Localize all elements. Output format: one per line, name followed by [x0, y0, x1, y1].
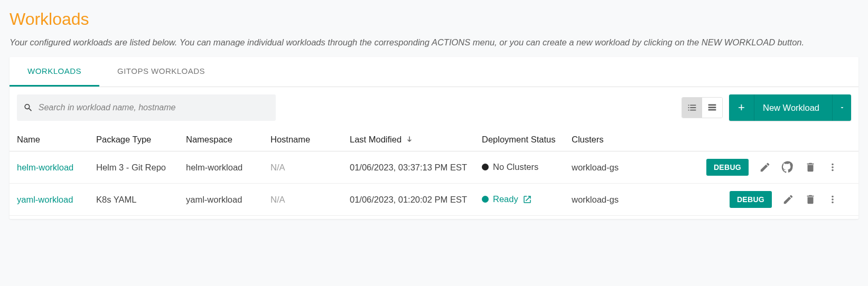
status-badge[interactable]: Ready — [482, 194, 532, 204]
table-row: helm-workload Helm 3 - Git Repo helm-wor… — [10, 151, 858, 184]
new-workload-label: New Workload — [754, 103, 832, 113]
th-namespace[interactable]: Namespace — [179, 128, 263, 151]
th-name[interactable]: Name — [10, 128, 89, 151]
workload-name-link[interactable]: helm-workload — [17, 163, 73, 172]
cell-last-modified: 01/06/2023, 01:20:02 PM EST — [342, 184, 474, 216]
status-text: No Clusters — [493, 162, 538, 172]
view-grid-button[interactable] — [702, 98, 722, 118]
caret-down-icon — [839, 104, 845, 111]
debug-button[interactable]: DEBUG — [706, 159, 749, 176]
toolbar: + New Workload — [10, 87, 858, 128]
github-icon[interactable] — [781, 161, 794, 174]
page-title: Workloads — [0, 0, 868, 32]
new-workload-button[interactable]: + New Workload — [729, 94, 851, 121]
more-vert-icon[interactable] — [827, 161, 838, 173]
th-clusters[interactable]: Clusters — [564, 128, 638, 151]
debug-button[interactable]: DEBUG — [730, 191, 772, 208]
search-input[interactable] — [39, 103, 269, 112]
cell-hostname: N/A — [270, 163, 285, 172]
edit-icon[interactable] — [759, 161, 771, 173]
th-last-modified-label: Last Modified — [350, 135, 402, 145]
delete-icon[interactable] — [805, 161, 816, 173]
th-last-modified[interactable]: Last Modified — [342, 128, 474, 151]
search-icon — [23, 102, 33, 113]
cell-hostname: N/A — [270, 195, 285, 204]
tab-gitops-workloads[interactable]: GITOPS WORKLOADS — [99, 57, 223, 87]
tab-workloads[interactable]: WORKLOADS — [10, 57, 99, 87]
th-deployment-status[interactable]: Deployment Status — [474, 128, 564, 151]
list-icon — [686, 102, 698, 113]
cell-package-type: Helm 3 - Git Repo — [89, 151, 179, 184]
cell-clusters: workload-gs — [564, 184, 638, 216]
cell-namespace: yaml-workload — [179, 184, 263, 216]
workload-name-link[interactable]: yaml-workload — [17, 195, 73, 204]
view-toggle — [682, 97, 723, 118]
workloads-table: Name Package Type Namespace Hostname Las… — [10, 128, 858, 216]
th-hostname[interactable]: Hostname — [263, 128, 342, 151]
cell-last-modified: 01/06/2023, 03:37:13 PM EST — [342, 151, 474, 184]
open-external-icon[interactable] — [522, 195, 532, 204]
more-vert-icon[interactable] — [827, 194, 838, 205]
edit-icon[interactable] — [782, 194, 794, 205]
plus-icon: + — [729, 94, 754, 121]
delete-icon[interactable] — [805, 194, 816, 205]
status-dot-icon — [482, 164, 489, 170]
status-badge: No Clusters — [482, 162, 538, 172]
new-workload-dropdown[interactable] — [832, 94, 851, 121]
cell-clusters: workload-gs — [564, 151, 638, 184]
cell-package-type: K8s YAML — [89, 184, 179, 216]
status-dot-icon — [482, 196, 489, 203]
workloads-card: WORKLOADS GITOPS WORKLOADS + New Workloa… — [10, 57, 858, 219]
th-actions — [638, 128, 858, 151]
page-description: Your configured workloads are listed bel… — [0, 32, 868, 57]
th-package-type[interactable]: Package Type — [89, 128, 179, 151]
tabs: WORKLOADS GITOPS WORKLOADS — [10, 57, 858, 87]
table-row: yaml-workload K8s YAML yaml-workload N/A… — [10, 184, 858, 216]
grid-icon — [706, 102, 718, 113]
sort-down-icon — [405, 135, 414, 145]
view-list-button[interactable] — [682, 98, 702, 118]
cell-namespace: helm-workload — [179, 151, 263, 184]
search-wrap — [17, 94, 276, 121]
status-text: Ready — [493, 194, 518, 204]
